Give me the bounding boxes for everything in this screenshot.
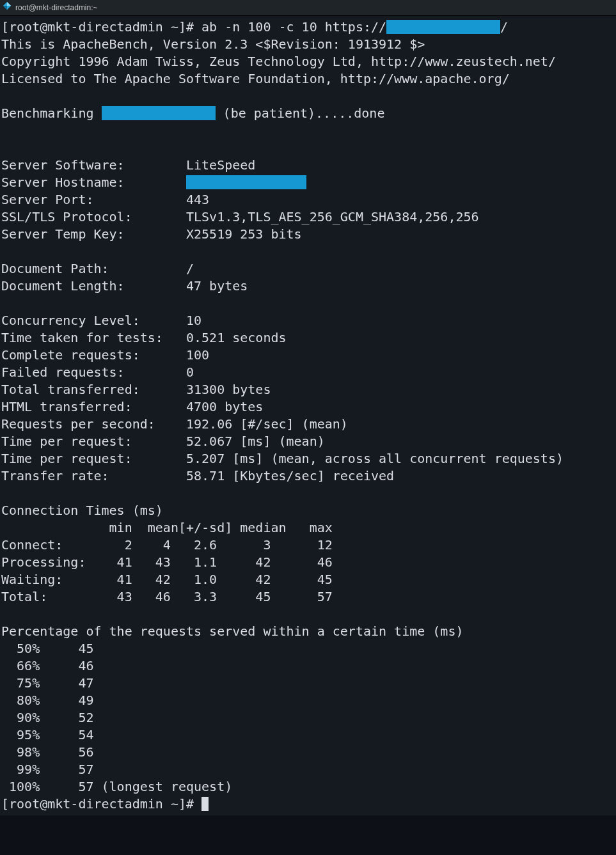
command-part1: ab -n 100 -c 10 https:// [201, 19, 386, 35]
pct-row-99: 99% 57 [1, 762, 94, 777]
kv-requests-per-second: Requests per second: 192.06 [#/sec] (mea… [1, 416, 348, 432]
ct-row-waiting: Waiting: 41 42 1.0 42 45 [1, 572, 333, 587]
ab-copyright: Copyright 1996 Adam Twiss, Zeus Technolo… [1, 54, 556, 69]
kv-server-software: Server Software: LiteSpeed [1, 157, 255, 173]
pct-title: Percentage of the requests served within… [1, 624, 463, 639]
pct-row-90: 90% 52 [1, 710, 94, 725]
ct-row-processing: Processing: 41 43 1.1 42 46 [1, 554, 333, 570]
kv-document-path: Document Path: / [1, 261, 194, 276]
pct-row-75: 75% 47 [1, 675, 94, 691]
ct-row-connect: Connect: 2 4 2.6 3 12 [1, 537, 333, 553]
pct-row-95: 95% 54 [1, 727, 94, 742]
benchmarking-post: (be patient).....done [216, 106, 385, 121]
kv-concurrency-level: Concurrency Level: 10 [1, 313, 201, 328]
pct-row-100: 100% 57 (longest request) [1, 779, 232, 794]
redacted-hostname [186, 175, 306, 189]
app-icon [3, 0, 12, 15]
kv-html-transferred: HTML transferred: 4700 bytes [1, 399, 263, 414]
window-title: root@mkt-directadmin:~ [15, 0, 98, 15]
kv-server-hostname: Server Hostname: [1, 175, 186, 190]
kv-transfer-rate: Transfer rate: 58.71 [Kbytes/sec] receiv… [1, 468, 394, 483]
kv-time-per-request-2: Time per request: 5.207 [ms] (mean, acro… [1, 451, 564, 466]
redacted-url [386, 20, 500, 34]
kv-failed-requests: Failed requests: 0 [1, 365, 194, 380]
benchmarking-pre: Benchmarking [1, 106, 102, 121]
kv-time-per-request-1: Time per request: 52.067 [ms] (mean) [1, 434, 325, 449]
window-titlebar: root@mkt-directadmin:~ [0, 0, 616, 16]
shell-prompt: [root@mkt-directadmin ~]# [1, 19, 201, 35]
kv-ssl-protocol: SSL/TLS Protocol: TLSv1.3,TLS_AES_256_GC… [1, 209, 479, 224]
kv-document-length: Document Length: 47 bytes [1, 278, 248, 294]
pct-row-66: 66% 46 [1, 658, 94, 673]
svg-marker-2 [3, 6, 7, 10]
kv-total-transferred: Total transferred: 31300 bytes [1, 382, 271, 397]
ab-license: Licensed to The Apache Software Foundati… [1, 71, 510, 86]
kv-time-taken: Time taken for tests: 0.521 seconds [1, 330, 287, 345]
ct-row-total: Total: 43 46 3.3 45 57 [1, 589, 333, 604]
command-part2: / [500, 19, 508, 35]
svg-marker-1 [7, 2, 11, 6]
pct-row-98: 98% 56 [1, 744, 94, 760]
kv-server-port: Server Port: 443 [1, 192, 209, 207]
redacted-host-bench [102, 106, 216, 120]
kv-server-temp-key: Server Temp Key: X25519 253 bits [1, 226, 302, 242]
pct-row-50: 50% 45 [1, 641, 94, 656]
cursor [201, 797, 209, 811]
shell-prompt-end: [root@mkt-directadmin ~]# [1, 796, 201, 812]
ct-header: min mean[+/-sd] median max [1, 520, 333, 535]
ab-version: This is ApacheBench, Version 2.3 <$Revis… [1, 36, 425, 52]
kv-complete-requests: Complete requests: 100 [1, 347, 209, 363]
pct-row-80: 80% 49 [1, 693, 94, 708]
terminal-output[interactable]: [root@mkt-directadmin ~]# ab -n 100 -c 1… [0, 16, 616, 815]
ct-title: Connection Times (ms) [1, 503, 163, 518]
